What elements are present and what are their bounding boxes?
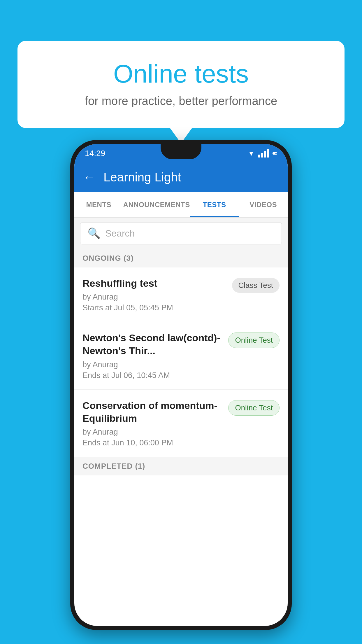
tab-ments[interactable]: MENTS bbox=[74, 192, 123, 217]
completed-section-header: COMPLETED (1) bbox=[74, 457, 288, 475]
status-bar: 14:29 ▼ bbox=[74, 144, 288, 163]
test-item-3[interactable]: Conservation of momentum-Equilibrium by … bbox=[74, 390, 288, 457]
search-container: 🔍 Search bbox=[74, 218, 288, 249]
tab-videos[interactable]: VIDEOS bbox=[239, 192, 288, 217]
test-author-1: by Anurag bbox=[82, 293, 226, 302]
ongoing-section-header: ONGOING (3) bbox=[74, 249, 288, 267]
wifi-icon: ▼ bbox=[248, 149, 255, 158]
speech-bubble-subtitle: for more practice, better performance bbox=[41, 94, 321, 108]
app-bar-title: Learning Light bbox=[103, 170, 181, 184]
test-time-3: Ends at Jun 10, 06:00 PM bbox=[82, 438, 222, 447]
test-info-1: Reshuffling test by Anurag Starts at Jul… bbox=[82, 277, 232, 312]
tab-tests[interactable]: TESTS bbox=[190, 192, 239, 217]
tab-announcements[interactable]: ANNOUNCEMENTS bbox=[123, 192, 190, 217]
speech-bubble: Online tests for more practice, better p… bbox=[17, 41, 345, 128]
test-info-3: Conservation of momentum-Equilibrium by … bbox=[82, 399, 228, 447]
test-badge-1: Class Test bbox=[232, 278, 280, 293]
phone-frame: 14:29 ▼ ← Learning Light bbox=[70, 140, 292, 630]
test-list: Reshuffling test by Anurag Starts at Jul… bbox=[74, 267, 288, 457]
test-time-1: Starts at Jul 05, 05:45 PM bbox=[82, 303, 226, 312]
test-author-2: by Anurag bbox=[82, 360, 222, 369]
status-time: 14:29 bbox=[85, 149, 105, 158]
back-button[interactable]: ← bbox=[83, 170, 95, 184]
search-placeholder: Search bbox=[105, 228, 135, 239]
test-author-3: by Anurag bbox=[82, 428, 222, 437]
speech-bubble-title: Online tests bbox=[41, 58, 321, 89]
test-badge-3: Online Test bbox=[228, 400, 280, 416]
test-badge-2: Online Test bbox=[228, 332, 280, 348]
phone-notch bbox=[161, 144, 201, 159]
test-time-2: Ends at Jul 06, 10:45 AM bbox=[82, 371, 222, 380]
tabs-bar: MENTS ANNOUNCEMENTS TESTS VIDEOS bbox=[74, 192, 288, 218]
test-item-2[interactable]: Newton's Second law(contd)-Newton's Thir… bbox=[74, 322, 288, 389]
test-info-2: Newton's Second law(contd)-Newton's Thir… bbox=[82, 331, 228, 380]
test-title-3: Conservation of momentum-Equilibrium bbox=[82, 399, 222, 425]
battery-icon bbox=[273, 152, 277, 155]
signal-icon bbox=[258, 149, 269, 158]
search-icon: 🔍 bbox=[87, 227, 101, 239]
test-title-1: Reshuffling test bbox=[82, 277, 226, 290]
test-item-1[interactable]: Reshuffling test by Anurag Starts at Jul… bbox=[74, 267, 288, 322]
phone-inner: 14:29 ▼ ← Learning Light bbox=[74, 144, 288, 626]
status-icons: ▼ bbox=[248, 149, 277, 158]
app-bar: ← Learning Light bbox=[74, 163, 288, 192]
search-bar[interactable]: 🔍 Search bbox=[80, 222, 282, 244]
test-title-2: Newton's Second law(contd)-Newton's Thir… bbox=[82, 331, 222, 357]
